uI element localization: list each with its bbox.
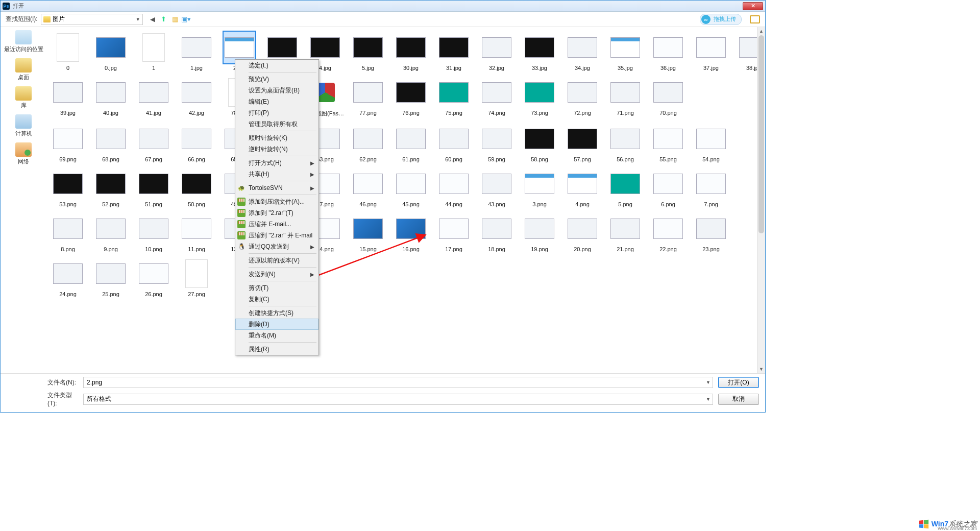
menu-item[interactable]: 发送到(N)▶ [235,269,318,280]
menu-item[interactable]: 设置为桌面背景(B) [235,85,318,96]
file-item[interactable]: 7.png [691,167,731,207]
file-item[interactable]: 1 [133,31,174,71]
menu-item[interactable]: 预览(V) [235,74,318,85]
menu-item[interactable]: 打开方式(H)▶ [235,157,318,168]
file-item[interactable]: 77.png [348,76,388,117]
file-item[interactable]: 62.png [348,123,388,162]
file-item[interactable]: 19.png [519,212,560,252]
file-item[interactable]: 11.png [176,212,217,252]
file-item[interactable]: 69.png [47,123,88,162]
sidebar-item-network[interactable]: 网络 [15,142,32,165]
file-item[interactable]: 26.png [133,257,174,297]
file-item[interactable]: 15.png [348,212,388,252]
file-item[interactable]: 20.png [562,212,603,252]
file-item[interactable]: 35.jpg [605,31,646,71]
file-item[interactable]: 58.png [519,123,560,162]
open-button[interactable]: 打开(O) [718,377,759,388]
file-item[interactable]: 39.jpg [47,76,88,117]
file-item[interactable]: 46.png [348,167,388,207]
file-item[interactable]: 5.png [605,167,646,207]
file-item[interactable]: 0.jpg [90,31,131,71]
filename-input[interactable]: 2.png ▼ [83,377,713,388]
file-item[interactable]: 60.png [433,123,474,162]
file-item[interactable]: 32.jpg [476,31,517,71]
file-item[interactable]: 70.png [648,76,689,117]
menu-item[interactable]: 添加到压缩文件(A)... [235,196,318,207]
sidebar-item-library[interactable]: 库 [15,86,32,109]
menu-item[interactable]: 管理员取得所有权 [235,118,318,130]
file-item[interactable]: 40.jpg [90,76,131,117]
file-item[interactable]: 10.png [133,212,174,252]
chevron-down-icon[interactable]: ▼ [706,380,710,385]
new-folder-button[interactable]: ▦ [170,15,180,24]
file-item[interactable]: 37.jpg [691,31,731,71]
menu-item[interactable]: 通过QQ发送到▶ [235,241,318,252]
menu-item[interactable]: 逆时针旋转(N) [235,143,318,155]
file-item[interactable]: 61.png [390,123,431,162]
menu-item[interactable]: 创建快捷方式(S) [235,307,318,319]
file-item[interactable]: 38.jpg [733,31,757,71]
file-item[interactable]: 24.png [47,257,88,297]
file-item[interactable]: 71.png [605,76,646,117]
menu-item[interactable]: 复制(C) [235,294,318,305]
file-item[interactable]: 68.png [90,123,131,162]
file-item[interactable]: 33.jpg [519,31,560,71]
file-item[interactable]: 50.png [176,167,217,207]
file-item[interactable]: 36.jpg [648,31,689,71]
cancel-button[interactable]: 取消 [718,394,759,405]
vertical-scrollbar[interactable]: ▲ ▼ [757,27,765,373]
file-item[interactable]: 4.png [562,167,603,207]
file-item[interactable]: 44.png [433,167,474,207]
scrollbar-thumb[interactable] [758,35,764,233]
file-item[interactable]: 74.png [476,76,517,117]
file-item[interactable]: 66.png [176,123,217,162]
menu-item[interactable]: 共享(H)▶ [235,168,318,180]
file-item[interactable]: 41.jpg [133,76,174,117]
file-list-area[interactable]: 0 0.jpg 1 1.jpg 2.jpg 3.jpg 4.jpg 5.jpg … [46,27,757,373]
file-item[interactable]: 17.png [433,212,474,252]
file-item[interactable]: 45.png [390,167,431,207]
file-item[interactable]: 22.png [648,212,689,252]
file-item[interactable]: 9.png [90,212,131,252]
filetype-select[interactable]: 所有格式 ▼ [83,394,713,405]
menu-item[interactable]: 还原以前的版本(V) [235,255,318,266]
menu-item[interactable]: 剪切(T) [235,282,318,294]
menu-item[interactable]: 编辑(E) [235,96,318,107]
file-item[interactable]: 0 [47,31,88,71]
file-item[interactable]: 54.png [691,123,731,162]
view-menu-button[interactable]: ▣▾ [182,15,191,24]
file-item[interactable]: 73.png [519,76,560,117]
menu-item[interactable]: 压缩并 E-mail... [235,219,318,230]
back-button[interactable]: ◀ [148,15,157,24]
file-item[interactable]: 5.jpg [348,31,388,71]
menu-item[interactable]: 打印(P) [235,107,318,118]
sidebar-item-recent[interactable]: 最近访问的位置 [4,30,43,53]
file-item[interactable]: 57.png [562,123,603,162]
titlebar[interactable]: Ps 打开 ✕ [1,1,765,12]
menu-item[interactable]: 重命名(M) [235,330,318,341]
scroll-down-arrow[interactable]: ▼ [757,365,765,373]
sidebar-item-computer[interactable]: 计算机 [15,114,32,137]
file-item[interactable]: 3.png [519,167,560,207]
file-item[interactable]: 59.png [476,123,517,162]
upload-button[interactable]: ∞ 拖拽上传 [700,14,742,25]
menu-item[interactable]: 顺时针旋转(K) [235,132,318,143]
context-menu[interactable]: 选定(L)预览(V)设置为桌面背景(B)编辑(E)打印(P)管理员取得所有权顺时… [235,59,319,355]
file-item[interactable]: 1.jpg [176,31,217,71]
file-item[interactable]: 76.png [390,76,431,117]
look-in-dropdown[interactable]: 图片 ▼ [41,14,143,25]
file-item[interactable]: 42.jpg [176,76,217,117]
file-item[interactable]: 34.jpg [562,31,603,71]
file-item[interactable]: 53.png [47,167,88,207]
menu-item[interactable]: 选定(L) [235,60,318,71]
menu-item[interactable]: 添加到 "2.rar"(T) [235,207,318,219]
file-item[interactable]: 6.png [648,167,689,207]
sidebar-item-desktop[interactable]: 桌面 [15,58,32,81]
close-button[interactable]: ✕ [743,2,763,10]
file-item[interactable]: 72.png [562,76,603,117]
file-item[interactable]: 16.png [390,212,431,252]
scroll-up-arrow[interactable]: ▲ [757,27,765,35]
file-item[interactable]: 52.png [90,167,131,207]
menu-item[interactable]: 删除(D) [235,319,318,330]
menu-item[interactable]: 压缩到 "2.rar" 并 E-mail [235,230,318,241]
